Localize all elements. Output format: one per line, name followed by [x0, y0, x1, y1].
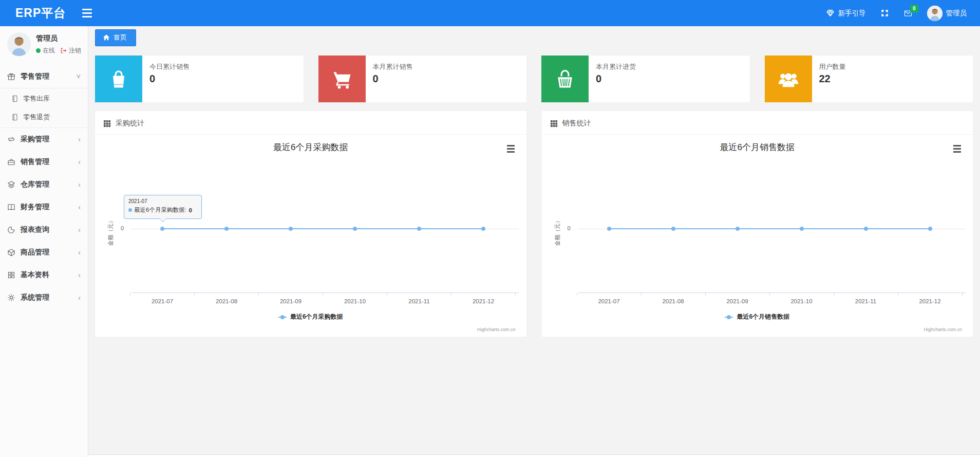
- chart-tooltip: 2021-07 最近6个月采购数据: 0: [124, 195, 202, 219]
- stat-label: 本月累计进货: [596, 62, 636, 71]
- sidebar-user-name: 管理员: [36, 34, 81, 43]
- guide-button[interactable]: 新手引导: [826, 9, 866, 18]
- legend-marker: [278, 317, 287, 318]
- purchase-stats-panel: 采购统计 最近6个月采购数据 金额（元） 0 2021-07 2021-08 2…: [95, 111, 526, 337]
- sidebar: 管理员 在线 注销 零售管理 ˅ 零售出库: [0, 26, 88, 457]
- legend-marker: [725, 317, 733, 318]
- stat-card-month-sales: 本月累计销售 0: [318, 56, 527, 102]
- online-status-label: 在线: [43, 46, 55, 55]
- sidebar-item-finance[interactable]: 财务管理 ‹: [0, 196, 88, 218]
- chevron-down-icon: ˅: [77, 73, 81, 80]
- x-axis-label: 2021-09: [268, 298, 314, 304]
- tooltip-series-dot: [128, 208, 132, 212]
- sidebar-user-panel: 管理员 在线 注销: [0, 26, 88, 61]
- app-title: ERP平台: [0, 5, 66, 21]
- breadcrumb-tab-home[interactable]: 首页: [95, 29, 136, 46]
- data-point: [417, 227, 421, 231]
- tooltip-label: 最近6个月采购数据:: [134, 206, 186, 214]
- gem-icon: [826, 9, 835, 17]
- panel-title: 采购统计: [116, 119, 144, 128]
- sidebar-toggle-icon[interactable]: [82, 9, 92, 17]
- chart-context-menu-icon[interactable]: [507, 145, 515, 153]
- stat-card-month-purchase: 本月累计进货 0: [541, 56, 750, 102]
- x-axis-label: 2021-12: [460, 298, 506, 304]
- shopping-basket-icon: [541, 56, 589, 102]
- chevron-left-icon: ‹: [78, 271, 81, 279]
- users-icon: [765, 56, 812, 102]
- stat-label: 今日累计销售: [149, 62, 190, 71]
- user-name: 管理员: [946, 9, 967, 18]
- box-icon: [7, 248, 15, 257]
- data-point: [607, 227, 611, 231]
- sidebar-item-retail-outbound[interactable]: 零售出库: [0, 89, 88, 108]
- shopping-bag-icon: [95, 56, 142, 102]
- page-bottom-strip: [88, 454, 980, 457]
- y-axis-title: 金额（元）: [553, 218, 561, 246]
- data-point: [289, 227, 293, 231]
- series-line: [162, 228, 483, 229]
- sidebar-item-retail[interactable]: 零售管理 ˅: [0, 65, 88, 88]
- retail-submenu: 零售出库 零售退货: [0, 88, 88, 128]
- y-axis-title: 金额（元）: [107, 218, 115, 246]
- sidebar-item-sales[interactable]: 销售管理 ‹: [0, 151, 88, 173]
- chevron-left-icon: ‹: [78, 181, 81, 188]
- top-navbar: ERP平台 新手引导 0: [0, 0, 980, 26]
- stat-value: 0: [149, 73, 190, 85]
- charts-row: 采购统计 最近6个月采购数据 金额（元） 0 2021-07 2021-08 2…: [95, 111, 973, 337]
- layers-icon: [7, 180, 15, 189]
- data-point: [800, 227, 804, 231]
- chart-title: 最近6个月采购数据: [95, 141, 526, 153]
- stat-value: 22: [819, 73, 846, 85]
- pie-chart-icon: [7, 226, 15, 234]
- user-menu[interactable]: 管理员: [927, 6, 967, 21]
- chart-title: 最近6个月销售数据: [542, 141, 973, 153]
- sidebar-item-warehouse[interactable]: 仓库管理 ‹: [0, 173, 88, 196]
- chevron-left-icon: ‹: [78, 249, 81, 256]
- data-point: [671, 227, 675, 231]
- x-axis-label: 2021-10: [779, 298, 825, 304]
- chart-credits: Highcharts.com.cn: [477, 327, 516, 332]
- legend-item[interactable]: 最近6个月采购数据: [95, 313, 526, 321]
- data-point: [481, 227, 485, 231]
- logout-link[interactable]: 注销: [69, 46, 81, 55]
- sidebar-menu: 零售管理 ˅ 零售出库 零售退货 采购管理 ‹: [0, 65, 88, 309]
- sidebar-item-basic-data[interactable]: 基本资料 ‹: [0, 264, 88, 286]
- x-axis-label: 2021-10: [332, 298, 378, 304]
- panel-title: 销售统计: [562, 119, 591, 128]
- sidebar-item-purchase[interactable]: 采购管理 ‹: [0, 128, 88, 151]
- tooltip-value: 0: [189, 207, 192, 213]
- file-icon: [11, 95, 18, 102]
- chevron-left-icon: ‹: [78, 136, 81, 143]
- message-count-badge: 0: [910, 5, 918, 13]
- briefcase-icon: [7, 158, 15, 166]
- y-axis-tick: 0: [116, 225, 124, 231]
- data-point: [928, 227, 932, 231]
- home-icon: [103, 34, 110, 41]
- stat-card-user-count: 用户数量 22: [765, 56, 973, 102]
- legend-item[interactable]: 最近6个月销售数据: [542, 313, 973, 321]
- main-content: 首页 今日累计销售 0: [88, 26, 980, 454]
- x-axis-label: 2021-07: [586, 298, 632, 304]
- grid-icon: [7, 271, 15, 279]
- stat-cards-row: 今日累计销售 0 本月累计销售 0: [95, 56, 973, 102]
- fullscreen-icon: [880, 9, 889, 17]
- shopping-cart-icon: [318, 56, 366, 102]
- sidebar-item-system[interactable]: 系统管理 ‹: [0, 286, 88, 309]
- fullscreen-button[interactable]: [880, 9, 889, 17]
- chart-context-menu-icon[interactable]: [953, 145, 961, 153]
- data-point: [353, 227, 357, 231]
- sidebar-item-reports[interactable]: 报表查询 ‹: [0, 218, 88, 241]
- stat-value: 0: [596, 73, 636, 85]
- x-axis-label: 2021-11: [843, 298, 889, 304]
- chevron-left-icon: ‹: [78, 204, 81, 211]
- online-status-dot: [36, 48, 41, 53]
- data-point: [864, 227, 868, 231]
- messages-button[interactable]: 0: [903, 9, 913, 17]
- data-point: [736, 227, 740, 231]
- x-axis-label: 2021-08: [203, 298, 250, 304]
- sidebar-item-retail-return[interactable]: 零售退货: [0, 108, 88, 126]
- sidebar-item-products[interactable]: 商品管理 ‹: [0, 241, 88, 264]
- chevron-left-icon: ‹: [78, 226, 81, 233]
- y-axis-tick: 0: [562, 225, 571, 231]
- tooltip-header: 2021-07: [128, 198, 197, 204]
